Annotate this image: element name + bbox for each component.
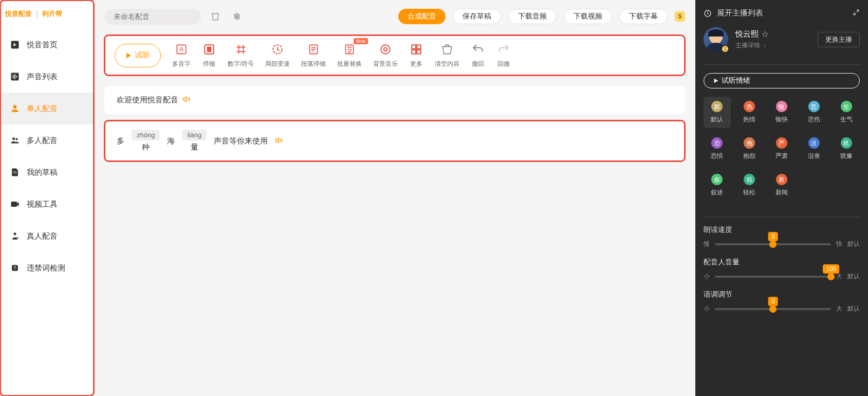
tool-label: 更多 [410, 60, 422, 68]
slider-max: 大 [836, 304, 842, 313]
expand-icon[interactable] [853, 9, 860, 17]
synth-button[interactable]: 合成配音 [398, 9, 446, 24]
nav-single-dub-icon [9, 103, 21, 114]
tool-pause-icon [202, 42, 216, 57]
svg-rect-27 [412, 50, 416, 54]
download-subtitle-button[interactable]: 下载字幕 [619, 9, 668, 24]
tool-number-icon [234, 42, 248, 57]
tool-speed[interactable]: 局部变速 [265, 42, 290, 68]
emotion-愉快[interactable]: 愉愉快 [768, 97, 796, 128]
slider-default[interactable]: 默认 [847, 272, 860, 281]
emotion-轻松[interactable]: 轻轻松 [736, 170, 763, 201]
tool-label: 多音字 [172, 60, 191, 68]
sound-icon[interactable] [182, 95, 191, 105]
rest-text: 声音等你来使用 [214, 136, 268, 146]
emotion-icon: 愉 [776, 101, 787, 112]
clock-icon [704, 9, 712, 17]
nav-voice-list[interactable]: 声音列表 [0, 61, 94, 93]
svg-point-6 [12, 137, 15, 140]
tool-bgm[interactable]: 背景音乐 [373, 42, 398, 68]
char-2: 种 [142, 142, 150, 152]
svg-rect-10 [11, 202, 17, 207]
nav-banned[interactable]: T违禁词检测 [0, 252, 94, 284]
emotion-label: 默认 [711, 115, 723, 124]
nav-drafts[interactable]: 我的草稿 [0, 156, 94, 188]
nav-home[interactable]: 悦音首页 [0, 29, 94, 61]
emotion-沮丧[interactable]: 沮沮丧 [800, 133, 827, 165]
emotion-叙述[interactable]: 叙叙述 [704, 170, 731, 201]
star-icon[interactable] [762, 31, 769, 38]
slider-track[interactable]: 100 [715, 276, 831, 278]
tool-clear[interactable]: 清空内容 [435, 42, 459, 68]
svg-rect-8 [13, 171, 17, 172]
tool-number[interactable]: 数字/符号 [228, 42, 254, 68]
tool-speed-icon [270, 42, 285, 57]
pinyin-row: 多 zhòng 种 海 liàng 量 声音等你来使用 [104, 120, 685, 161]
tool-label: 回撤 [497, 60, 510, 68]
save-button[interactable]: 保存草稿 [453, 9, 501, 24]
slider-default[interactable]: 默认 [847, 304, 860, 313]
download-video-button[interactable]: 下载视频 [564, 9, 612, 24]
anchor-sub[interactable]: 主播详情 [735, 41, 769, 50]
nav-single-dub[interactable]: 单人配音 [0, 93, 94, 124]
tool-more[interactable]: 更多 [409, 42, 423, 68]
tool-pause[interactable]: 停顿 [202, 42, 216, 68]
svg-rect-25 [412, 45, 416, 49]
slider-value: 0 [768, 232, 778, 241]
slider-thumb[interactable] [769, 241, 777, 248]
content: 欢迎使用悦音配音 多 zhòng 种 海 liàng 量 声音等你来使用 [94, 76, 695, 396]
emotion-grid: 默默认热热情愉愉快悲悲伤生生气恐恐惧抱抱怨严严肃沮沮丧犹犹豫叙叙述轻轻松新新闻 [704, 97, 860, 201]
topbar: 合成配音 保存草稿 下载音频 下载视频 下载字幕 S [94, 0, 695, 33]
emotion-恐惧[interactable]: 恐恐惧 [704, 133, 731, 165]
slider-track[interactable]: 0 [715, 308, 831, 310]
svg-point-11 [14, 232, 16, 235]
emotion-label: 恐惧 [711, 152, 723, 160]
title-input[interactable] [104, 9, 201, 25]
nav-human[interactable]: 真人配音 [0, 220, 94, 252]
listen-button[interactable]: 试听 [115, 44, 161, 67]
emotion-严肃[interactable]: 严严肃 [768, 133, 796, 165]
slider-title: 朗读速度 [704, 225, 860, 235]
slider-thumb[interactable] [769, 305, 777, 313]
nav-label: 悦音首页 [27, 40, 58, 50]
svg-point-5 [13, 105, 17, 109]
slider-track[interactable]: 0 [715, 243, 831, 245]
badge-s[interactable]: S [675, 11, 685, 22]
emotion-新闻[interactable]: 新新闻 [768, 170, 796, 201]
emotion-icon: 轻 [744, 174, 755, 185]
slider-default[interactable]: 默认 [847, 240, 860, 248]
emotion-热情[interactable]: 热热情 [736, 97, 763, 128]
svg-text:A: A [179, 46, 183, 53]
emotion-icon: 生 [841, 101, 852, 112]
sound-icon[interactable] [275, 136, 283, 146]
pinyin-2[interactable]: zhòng [132, 130, 160, 140]
nav-multi-dub[interactable]: 多人配音 [0, 124, 94, 156]
emotion-生气[interactable]: 生生气 [833, 97, 860, 128]
emotion-icon: 犹 [841, 137, 852, 149]
emotion-悲伤[interactable]: 悲悲伤 [800, 97, 827, 128]
signpost-icon[interactable] [230, 9, 244, 24]
tool-redo[interactable]: 回撤 [496, 42, 511, 68]
emotion-icon: 默 [711, 101, 723, 112]
slider-value: 0 [768, 297, 778, 306]
shirt-icon[interactable] [208, 9, 223, 24]
download-audio-button[interactable]: 下载音频 [508, 9, 557, 24]
tool-polyphone[interactable]: A多音字 [172, 42, 191, 68]
emotion-犹豫[interactable]: 犹犹豫 [833, 133, 860, 165]
char-3: 海 [167, 136, 175, 146]
slider-value: 100 [823, 264, 839, 274]
tool-label: 段落停顿 [301, 60, 326, 68]
emotion-listen-button[interactable]: 试听情绪 [704, 73, 860, 88]
change-anchor-button[interactable]: 更换主播 [818, 32, 860, 47]
emotion-抱怨[interactable]: 抱抱怨 [736, 133, 763, 165]
tool-replace[interactable]: Beta批量替换 [337, 42, 362, 68]
tool-undo[interactable]: 撤回 [471, 42, 485, 68]
emotion-label: 沮丧 [808, 152, 820, 160]
svg-point-7 [15, 138, 17, 140]
slider-thumb[interactable] [827, 273, 835, 280]
tool-para-pause[interactable]: 段落停顿 [301, 42, 326, 68]
pinyin-4[interactable]: liàng [182, 130, 206, 140]
emotion-默认[interactable]: 默默认 [704, 97, 731, 128]
nav-human-icon [9, 230, 21, 242]
nav-video[interactable]: 视频工具 [0, 188, 94, 220]
